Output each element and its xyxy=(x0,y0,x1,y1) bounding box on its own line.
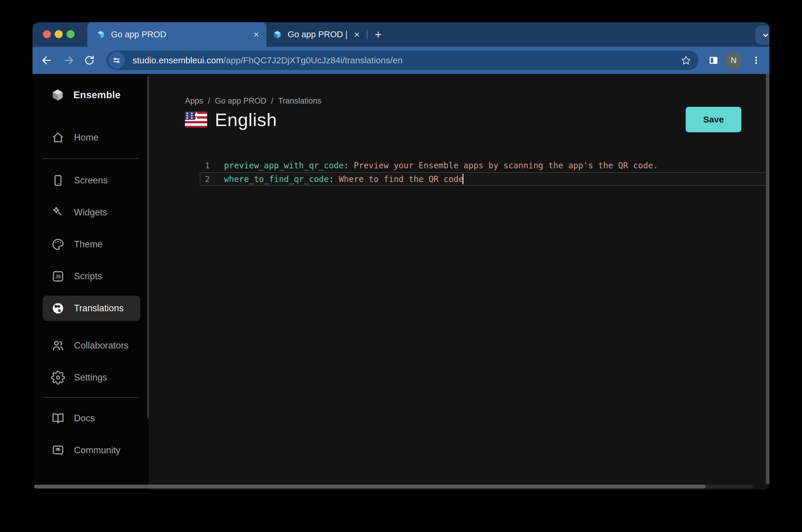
tab-go-app-prod[interactable]: Go app PROD xyxy=(87,22,266,47)
screens-icon xyxy=(51,173,65,188)
translations-editor[interactable]: 1 preview_app_with_qr_code: Preview your… xyxy=(149,158,769,490)
tab-close-icon[interactable] xyxy=(250,29,262,40)
browser-window: Go app PROD Go app PROD | Landing xyxy=(33,22,769,490)
url-text: studio.ensembleui.com/app/FhQC7J2DjXTg0U… xyxy=(133,55,678,65)
back-button[interactable] xyxy=(38,52,56,69)
sidebar-item-docs[interactable]: Docs xyxy=(43,406,140,431)
tab-divider xyxy=(367,30,367,39)
docs-icon xyxy=(51,411,65,425)
window-zoom-button[interactable] xyxy=(66,30,75,38)
window-close-button[interactable] xyxy=(43,30,51,38)
sidebar-item-label: Settings xyxy=(74,372,107,383)
yaml-separator: : xyxy=(344,161,354,170)
sidebar-item-label: Docs xyxy=(74,413,95,424)
sidebar-item-scripts[interactable]: JS Scripts xyxy=(43,264,140,289)
url-bar[interactable]: studio.ensembleui.com/app/FhQC7J2DjXTg0U… xyxy=(107,51,699,70)
sidebar-item-collaborators[interactable]: Collaborators xyxy=(43,333,140,358)
tab-go-app-prod-landing[interactable]: Go app PROD | Landing xyxy=(269,22,367,47)
home-icon xyxy=(51,131,65,145)
code-text: where_to_find_qr_code: Where to find the… xyxy=(224,174,463,184)
brand[interactable]: Ensemble xyxy=(43,82,140,108)
tab-title: Go app PROD | Landing xyxy=(288,30,347,39)
forward-button[interactable] xyxy=(60,52,78,69)
sidebar-item-label: Translations xyxy=(74,303,124,314)
browser-toolbar: studio.ensembleui.com/app/FhQC7J2DjXTg0U… xyxy=(33,47,769,74)
sidebar-item-label: Community xyxy=(74,445,120,456)
breadcrumb-separator: / xyxy=(271,96,273,106)
app-content: Ensemble Home Screens Widgets xyxy=(33,74,769,490)
window-minimize-button[interactable] xyxy=(55,30,63,38)
community-icon xyxy=(51,443,65,457)
yaml-separator: : xyxy=(329,174,339,184)
sidebar-item-label: Theme xyxy=(74,239,102,250)
bookmark-star-icon[interactable] xyxy=(678,52,694,69)
tab-strip: Go app PROD Go app PROD | Landing xyxy=(33,22,769,47)
sidebar-item-label: Home xyxy=(74,132,98,143)
sidebar-item-screens[interactable]: Screens xyxy=(43,168,140,193)
yaml-value: Where to find the QR code xyxy=(339,174,463,184)
ensemble-logo-icon xyxy=(50,88,65,102)
sidebar-item-settings[interactable]: Settings xyxy=(43,365,140,390)
sidebar-item-theme[interactable]: Theme xyxy=(43,232,140,257)
avatar-initial: N xyxy=(731,56,737,65)
main-panel: Apps / Go app PROD / Translations ★ ★ ★★… xyxy=(149,74,769,490)
ensemble-favicon-icon xyxy=(272,30,282,40)
code-text: preview_app_with_qr_code: Preview your E… xyxy=(224,161,658,170)
yaml-key: preview_app_with_qr_code xyxy=(224,161,344,170)
sidebar-item-label: Screens xyxy=(74,175,108,186)
breadcrumb-separator: / xyxy=(208,96,210,106)
page-title: English xyxy=(215,109,277,130)
sidebar-divider xyxy=(43,158,139,159)
breadcrumb: Apps / Go app PROD / Translations xyxy=(185,96,321,106)
widgets-icon xyxy=(51,205,65,220)
globe-icon xyxy=(51,301,65,316)
sidebar-item-home[interactable]: Home xyxy=(43,125,140,150)
text-cursor xyxy=(462,174,463,184)
us-flag-icon: ★ ★ ★★ ★ ★★ ★ ★ xyxy=(185,112,207,128)
horizontal-scrollbar-thumb[interactable] xyxy=(34,484,706,489)
theme-icon xyxy=(51,237,65,251)
tab-close-icon[interactable] xyxy=(351,29,363,40)
save-button[interactable]: Save xyxy=(686,107,741,132)
profile-avatar[interactable]: N xyxy=(725,52,742,69)
tab-search-button[interactable] xyxy=(755,26,769,45)
sidebar-item-widgets[interactable]: Widgets xyxy=(43,200,140,225)
sidebar-item-label: Collaborators xyxy=(74,340,129,351)
sidebar-item-label: Scripts xyxy=(74,271,102,282)
new-tab-button[interactable] xyxy=(372,28,385,41)
yaml-value: Preview your Ensemble apps by scanning t… xyxy=(354,161,658,170)
breadcrumb-current: Translations xyxy=(278,96,321,106)
horizontal-scrollbar-track[interactable] xyxy=(34,484,753,489)
sidebar-item-translations[interactable]: Translations xyxy=(43,296,140,321)
tab-title: Go app PROD xyxy=(111,30,246,39)
editor-line-active[interactable]: 2 where_to_find_qr_code: Where to find t… xyxy=(149,172,769,186)
sidebar-item-label: Widgets xyxy=(74,207,107,218)
url-path: /app/FhQC7J2DjXTg0UcJz84i/translations/e… xyxy=(224,55,402,65)
sidebar-divider xyxy=(43,397,139,398)
side-panel-button[interactable] xyxy=(705,52,722,69)
vertical-scrollbar[interactable] xyxy=(766,73,769,484)
reload-button[interactable] xyxy=(80,52,98,69)
editor-line[interactable]: 1 preview_app_with_qr_code: Preview your… xyxy=(149,158,769,172)
line-number: 2 xyxy=(192,175,210,184)
yaml-key: where_to_find_qr_code xyxy=(224,174,329,184)
line-number: 1 xyxy=(192,161,210,170)
ensemble-favicon-icon xyxy=(96,30,106,40)
collaborators-icon xyxy=(51,339,65,353)
site-settings-icon[interactable] xyxy=(108,52,125,69)
scripts-icon: JS xyxy=(51,269,65,283)
sidebar: Ensemble Home Screens Widgets xyxy=(33,74,149,490)
browser-menu-button[interactable] xyxy=(749,52,764,69)
breadcrumb-app[interactable]: Go app PROD xyxy=(215,96,266,106)
svg-text:JS: JS xyxy=(55,274,61,279)
url-domain: studio.ensembleui.com xyxy=(133,55,224,65)
brand-label: Ensemble xyxy=(73,89,121,101)
sidebar-item-community[interactable]: Community xyxy=(43,438,140,463)
settings-icon xyxy=(51,370,65,385)
breadcrumb-apps[interactable]: Apps xyxy=(185,96,203,106)
page-title-row: ★ ★ ★★ ★ ★★ ★ ★ English xyxy=(185,107,277,132)
